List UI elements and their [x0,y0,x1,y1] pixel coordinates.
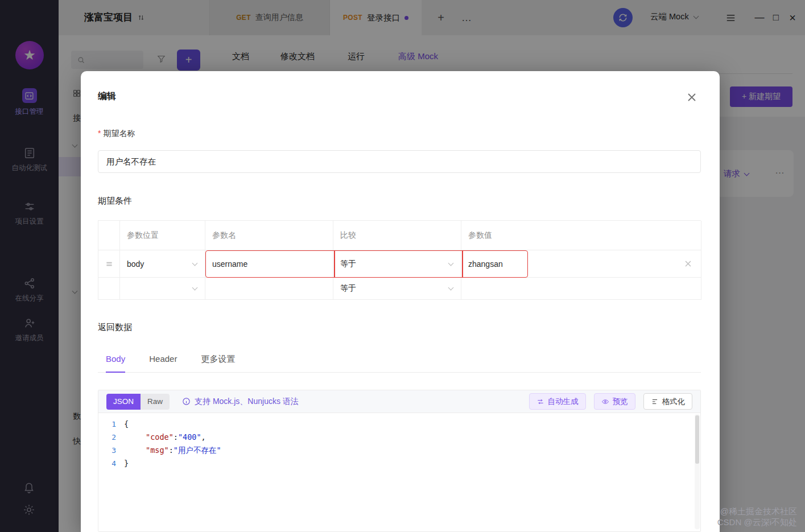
header-cell: 参数名 [205,221,333,250]
tab-header[interactable]: Header [149,354,177,372]
code-line: 2 "code":"400", [98,431,700,444]
param-position-select[interactable]: body [120,250,205,278]
preview-button[interactable]: 预览 [594,393,635,410]
json-mode-button[interactable]: JSON [106,394,141,410]
param-name-input[interactable]: username [205,250,333,278]
edit-expectation-modal: 编辑 *期望名称 期望条件 参数位置 参数名 比较 参数值 body usern… [81,71,720,532]
param-value-input[interactable]: zhangsan [461,250,701,278]
chevron-down-icon [448,260,454,266]
header-cell: 比较 [333,221,461,250]
param-value-input[interactable] [461,278,701,300]
line-number: 4 [98,457,124,470]
line-number: 3 [98,444,124,457]
required-asterisk: * [98,129,101,138]
format-button[interactable]: 格式化 [643,393,693,410]
format-icon [651,398,659,406]
chevron-down-icon [192,260,198,266]
info-icon [182,397,191,406]
mock-body-editor: JSON Raw 支持 Mock.js、Nunjucks 语法 自动生成 预览 [98,390,701,532]
code-line: 4 } [98,457,700,470]
app-window: ★ 接口管理 自动化测试 项目设置 在线分享 邀请成员 [0,0,805,532]
eye-icon [601,398,609,406]
condition-section-title: 期望条件 [98,196,132,207]
raw-mode-button[interactable]: Raw [141,394,170,410]
header-cell: 参数值 [461,221,701,250]
line-number: 2 [98,431,124,444]
editor-toolbar: JSON Raw 支持 Mock.js、Nunjucks 语法 自动生成 预览 [98,390,700,413]
return-data-tabs: Body Header 更多设置 [98,354,701,373]
expectation-name-label: *期望名称 [98,129,135,139]
modal-close-icon[interactable] [685,90,699,104]
chevron-down-icon [192,285,198,291]
tab-body[interactable]: Body [106,354,125,373]
auto-generate-button[interactable]: 自动生成 [529,393,586,410]
tab-more-settings[interactable]: 更多设置 [201,354,235,372]
compare-select[interactable]: 等于 [333,250,461,278]
code-line: 1 { [98,418,700,431]
code-line: 3 "msg":"用户不存在" [98,444,700,457]
compare-select[interactable]: 等于 [333,278,461,300]
condition-table: 参数位置 参数名 比较 参数值 body username 等于 zhangsa… [98,220,701,300]
param-position-select[interactable] [120,278,205,300]
editor-scrollbar[interactable] [695,414,700,529]
row-handle-cell [98,278,120,300]
line-number: 1 [98,418,124,431]
drag-handle-icon [105,259,114,269]
watermark: @稀土掘金技术社区 CSDN @云深i不知处 [717,506,797,527]
swap-arrows-icon [536,398,544,406]
drag-handle[interactable] [98,250,120,278]
watermark-line: @稀土掘金技术社区 [717,506,797,517]
expectation-name-input[interactable] [98,150,701,173]
clear-row-icon[interactable] [684,259,693,269]
header-cell-handle [98,221,120,250]
modal-title: 编辑 [98,90,116,102]
header-cell: 参数位置 [120,221,205,250]
syntax-hint: 支持 Mock.js、Nunjucks 语法 [182,397,299,407]
code-area[interactable]: 1 { 2 "code":"400", 3 "msg":"用户不存在" 4 } [98,413,700,531]
watermark-line: CSDN @云深i不知处 [717,517,797,527]
return-section-title: 返回数据 [98,322,132,333]
scrollbar-thumb[interactable] [695,415,699,464]
chevron-down-icon [448,285,454,291]
param-name-input[interactable] [205,278,333,300]
